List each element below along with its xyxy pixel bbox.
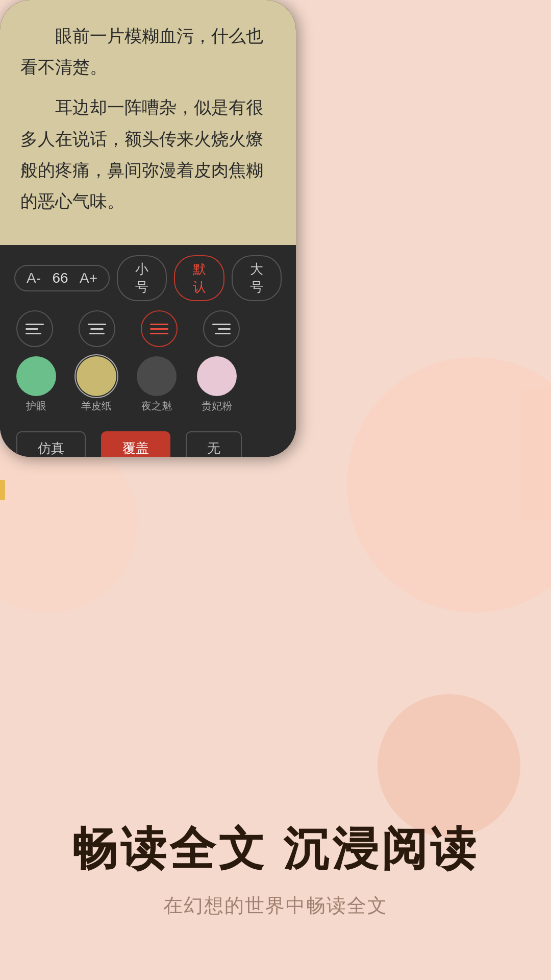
theme-eye-label: 护眼 [26,399,46,413]
reading-paragraph-2: 耳边却一阵嘈杂，似是有很 多人在说话，额头传来火烧火燎 般的疼痛，鼻间弥漫着皮肉… [20,92,276,217]
font-size-control: A- 66 A+ [14,265,110,291]
theme-night-button[interactable] [137,356,177,396]
phone-mockup: 眼前一片模糊血污，什么也 看不清楚。 耳边却一阵嘈杂，似是有很 多人在说话，额头… [0,0,296,459]
yellow-marker [0,480,5,500]
reading-paragraph-1: 眼前一片模糊血污，什么也 看不清楚。 [20,20,276,83]
main-title: 畅读全文 沉浸阅读 [71,818,479,880]
theme-eye-button[interactable] [16,356,56,396]
theme-night-label: 夜之魅 [141,399,172,413]
phone-shell: 眼前一片模糊血污，什么也 看不清楚。 耳边却一阵嘈杂，似是有很 多人在说话，额头… [0,0,296,457]
size-default-button[interactable]: 默认 [174,255,224,301]
align-justify-icon [150,324,168,334]
align-left-button[interactable] [16,310,53,347]
theme-parchment-label: 羊皮纸 [81,399,112,413]
mode-realistic-button[interactable]: 仿真 [16,431,86,457]
font-size-row: A- 66 A+ 小号 默认 大号 [14,255,282,301]
font-decrease-button[interactable]: A- [27,270,41,286]
theme-pink-label: 贵妃粉 [202,399,232,413]
align-left-icon [26,324,44,334]
font-increase-button[interactable]: A+ [80,270,97,286]
align-right-icon [212,324,231,334]
size-large-button[interactable]: 大号 [232,255,282,301]
reading-area: 眼前一片模糊血污，什么也 看不清楚。 耳边却一阵嘈杂，似是有很 多人在说话，额头… [0,0,296,245]
align-center-button[interactable] [79,310,115,347]
align-center-icon [88,324,106,334]
bottom-section: 畅读全文 沉浸阅读 在幻想的世界中畅读全文 [0,480,551,980]
align-justify-button[interactable] [141,310,178,347]
font-size-value: 66 [50,270,70,286]
theme-pink-button[interactable] [197,356,237,396]
mode-cover-button[interactable]: 覆盖 [101,431,170,457]
sub-title: 在幻想的世界中畅读全文 [163,893,388,919]
theme-parchment-button[interactable] [77,356,116,396]
mode-row: 仿真 覆盖 无 [14,431,282,457]
alignment-row [14,310,282,347]
theme-row: 护眼 羊皮纸 夜之魅 贵妃粉 [14,356,282,413]
size-small-button[interactable]: 小号 [117,255,167,301]
settings-panel: A- 66 A+ 小号 默认 大号 [0,245,296,457]
align-right-button[interactable] [203,310,240,347]
mode-none-button[interactable]: 无 [186,431,242,457]
